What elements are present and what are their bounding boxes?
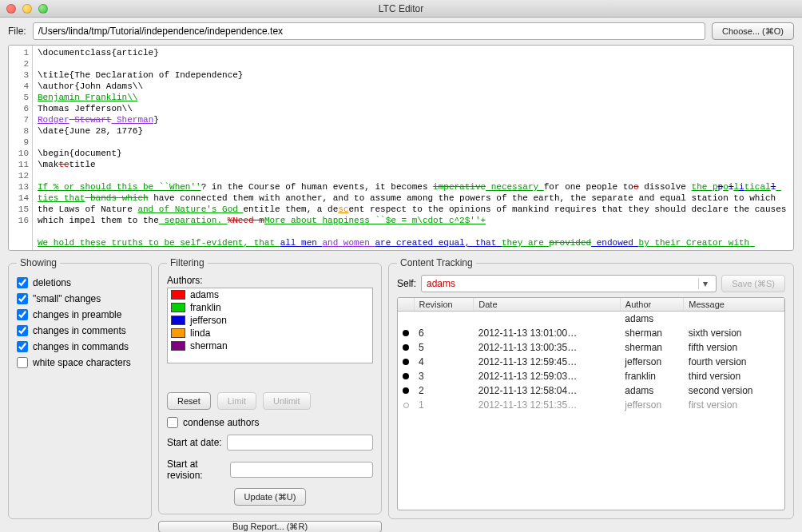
self-combobox[interactable]: adams ▾ (421, 275, 717, 292)
showing-label: deletions (33, 277, 71, 288)
column-header[interactable]: Revision (414, 298, 474, 312)
tracking-legend: Content Tracking (397, 257, 476, 268)
author-name: jefferson (190, 315, 227, 326)
cell-date: 2012-11-13 12:59:45… (474, 355, 621, 369)
color-swatch (171, 328, 185, 338)
cell-rev: 5 (414, 340, 474, 355)
revision-dot-cell (398, 355, 414, 369)
cell-message: first version (684, 398, 784, 412)
file-path-input[interactable] (33, 22, 705, 40)
condense-authors-label: condense authors (183, 417, 259, 428)
color-swatch (171, 341, 185, 351)
file-toolbar: File: Choose... (⌘O) (0, 18, 802, 45)
authors-label: Authors: (167, 275, 373, 286)
color-swatch (171, 316, 185, 325)
color-swatch (171, 303, 185, 312)
window-title: LTC Editor (0, 3, 802, 14)
cell-message (684, 312, 784, 327)
cell-author: franklin (620, 369, 684, 383)
titlebar: LTC Editor (0, 0, 802, 18)
cell-rev: 1 (414, 398, 474, 412)
chevron-down-icon: ▾ (698, 278, 711, 289)
update-button[interactable]: Update (⌘U) (234, 488, 307, 506)
author-row[interactable]: franklin (168, 301, 372, 314)
showing-item: changes in comments (17, 323, 143, 339)
showing-label: white space characters (33, 357, 131, 368)
save-button[interactable]: Save (⌘S) (721, 275, 785, 292)
showing-checkbox[interactable] (17, 357, 28, 368)
table-row[interactable]: 12012-11-13 12:51:35…jeffersonfirst vers… (398, 398, 784, 412)
cell-author: adams (620, 312, 684, 327)
choose-button[interactable]: Choose... (⌘O) (712, 22, 794, 40)
cell-message: sixth version (684, 326, 784, 340)
bug-report-button[interactable]: Bug Report... (⌘R) (158, 521, 382, 532)
filtering-legend: Filtering (167, 257, 208, 268)
revision-dot-cell (398, 369, 414, 383)
author-row[interactable]: jefferson (168, 314, 372, 327)
table-row[interactable]: 22012-11-13 12:58:04…adamssecond version (398, 383, 784, 398)
reset-button[interactable]: Reset (167, 392, 211, 410)
file-label: File: (8, 26, 26, 37)
self-label: Self: (397, 278, 416, 289)
showing-label: "small" changes (33, 293, 101, 304)
author-row[interactable]: linda (168, 327, 372, 339)
cell-author: adams (620, 383, 684, 398)
column-header[interactable]: Date (474, 298, 621, 312)
showing-legend: Showing (17, 257, 60, 268)
showing-label: changes in preamble (33, 309, 121, 320)
column-header[interactable]: Author (620, 298, 684, 312)
showing-checkbox[interactable] (17, 341, 28, 352)
column-header[interactable]: Message (684, 298, 784, 312)
showing-checkbox[interactable] (17, 325, 28, 336)
table-row[interactable]: 42012-11-13 12:59:45…jeffersonfourth ver… (398, 355, 784, 369)
start-date-label: Start at date: (167, 437, 222, 448)
content-tracking-group: Content Tracking Self: adams ▾ Save (⌘S)… (388, 257, 794, 519)
showing-item: changes in commands (17, 339, 143, 355)
author-name: sherman (190, 340, 228, 351)
condense-authors-checkbox[interactable] (167, 417, 178, 428)
table-row[interactable]: 62012-11-13 13:01:00…shermansixth versio… (398, 326, 784, 340)
authors-list[interactable]: adamsfranklinjeffersonlindasherman (167, 288, 373, 363)
showing-group: Showing deletions"small" changeschanges … (8, 257, 152, 519)
showing-label: changes in comments (33, 325, 126, 336)
cell-author: sherman (620, 340, 684, 355)
table-row[interactable]: 52012-11-13 13:00:35…shermanfifth versio… (398, 340, 784, 355)
limit-button[interactable]: Limit (217, 392, 256, 410)
revision-table[interactable]: RevisionDateAuthorMessage adams62012-11-… (397, 297, 785, 510)
showing-checkbox[interactable] (17, 309, 28, 320)
author-row[interactable]: adams (168, 288, 372, 301)
start-rev-input[interactable] (230, 462, 373, 478)
author-row[interactable]: sherman (168, 339, 372, 352)
unlimit-button[interactable]: Unlimit (263, 392, 311, 410)
cell-date (474, 312, 621, 327)
cell-message: third version (684, 369, 784, 383)
editor: 1 2 3 4 5 6 7 8 9 10 11 12 13 14 15 16 \… (8, 45, 794, 251)
table-row[interactable]: adams (398, 312, 784, 327)
author-name: adams (190, 289, 219, 300)
author-name: franklin (190, 302, 221, 313)
code-area[interactable]: \documentclass{article} \title{The Decla… (33, 46, 793, 250)
column-header[interactable] (398, 298, 414, 312)
filtering-group: Filtering Authors: adamsfranklinjefferso… (158, 257, 382, 514)
cell-author: sherman (620, 326, 684, 340)
revision-dot-cell (398, 383, 414, 398)
cell-rev: 6 (414, 326, 474, 340)
cell-rev: 2 (414, 383, 474, 398)
showing-label: changes in commands (33, 341, 129, 352)
cell-date: 2012-11-13 13:00:35… (474, 340, 621, 355)
revision-dot-cell (398, 398, 414, 412)
cell-date: 2012-11-13 12:58:04… (474, 383, 621, 398)
showing-checkbox[interactable] (17, 293, 28, 304)
showing-checkbox[interactable] (17, 277, 28, 288)
showing-item: deletions (17, 275, 143, 291)
revision-dot-cell (398, 326, 414, 340)
start-rev-label: Start at revision: (167, 459, 225, 481)
line-gutter: 1 2 3 4 5 6 7 8 9 10 11 12 13 14 15 16 (9, 46, 33, 250)
revision-dot-cell (398, 312, 414, 327)
self-value: adams (427, 278, 455, 289)
cell-message: fourth version (684, 355, 784, 369)
start-date-input[interactable] (227, 435, 373, 451)
table-row[interactable]: 32012-11-13 12:59:03…franklinthird versi… (398, 369, 784, 383)
showing-item: "small" changes (17, 291, 143, 307)
cell-rev: 4 (414, 355, 474, 369)
